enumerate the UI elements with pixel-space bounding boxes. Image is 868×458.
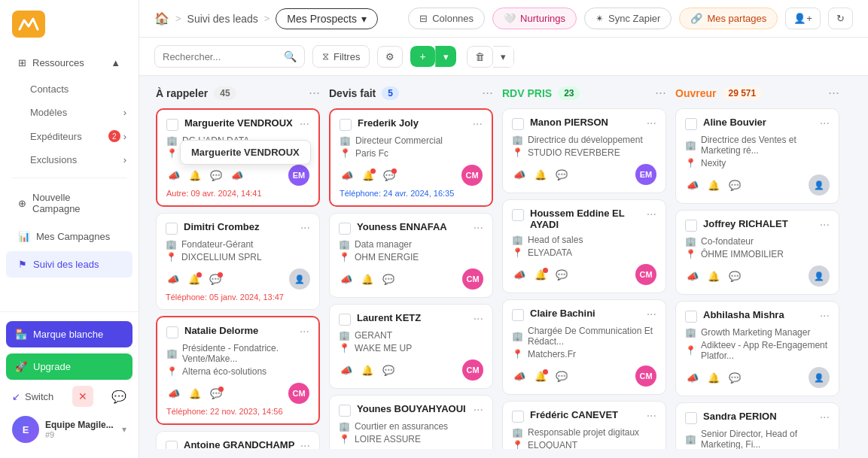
trash-button[interactable]: 🗑: [467, 46, 493, 68]
trash-dropdown-button[interactable]: ▾: [493, 46, 514, 68]
action-megaphone[interactable]: 📣: [685, 371, 700, 385]
col-menu-ouvreur[interactable]: ···: [828, 85, 839, 101]
card-checkbox[interactable]: [339, 314, 351, 326]
card-checkbox[interactable]: [339, 405, 351, 417]
nurturings-button[interactable]: 🤍 Nurturings: [492, 8, 577, 29]
card-menu[interactable]: ···: [820, 117, 830, 130]
action-bell[interactable]: 🔔: [187, 387, 203, 401]
card-menu[interactable]: ···: [474, 312, 483, 326]
marque-blanche-button[interactable]: 🏪 Marque blanche: [6, 321, 132, 347]
card-checkbox[interactable]: [512, 118, 524, 130]
card-checkbox[interactable]: [512, 309, 524, 321]
card-checkbox[interactable]: [166, 223, 178, 235]
card-checkbox[interactable]: [685, 311, 697, 323]
card[interactable]: Frédéric CANEVET ··· 🏢 Responsable proje…: [502, 401, 666, 449]
action-chat[interactable]: 💬: [554, 168, 569, 182]
upgrade-button[interactable]: 🚀 Upgrade: [6, 353, 132, 380]
action-chat-red[interactable]: 💬: [382, 168, 397, 183]
card[interactable]: Laurent KETZ ··· 🏢 GERANT 📍 WAKE ME UP 📣…: [329, 304, 493, 389]
sidebar-item-contacts[interactable]: Contacts: [0, 77, 139, 101]
switch-close-button[interactable]: ✕: [72, 386, 93, 407]
action-chat[interactable]: 💬: [554, 268, 569, 282]
sidebar-item-nouvelle-campagne[interactable]: ⊕ Nouvelle Campagne: [6, 184, 132, 222]
card[interactable]: Houssem Eddine EL AYADI ··· 🏢 Head of sa…: [502, 199, 666, 293]
action-megaphone[interactable]: 📣: [512, 168, 527, 182]
card-menu[interactable]: ···: [300, 325, 309, 338]
action-chat-red[interactable]: 💬: [208, 272, 223, 287]
action-bell[interactable]: 🔔: [706, 269, 721, 284]
action-chat-red[interactable]: 💬: [209, 387, 224, 401]
card[interactable]: Aline Bouvier ··· 🏢 Directrice des Vente…: [675, 108, 839, 204]
card-menu[interactable]: ···: [474, 403, 483, 417]
switch-chat-button[interactable]: 💬: [111, 390, 126, 404]
action-red-dot-chat[interactable]: 📣: [230, 168, 245, 183]
card[interactable]: Sandra PERION ··· 🏢 Senior Director, Hea…: [675, 402, 839, 449]
col-menu-a-rappeler[interactable]: ···: [309, 85, 320, 101]
card-menu[interactable]: ···: [300, 117, 309, 131]
action-megaphone[interactable]: 📣: [512, 369, 527, 384]
sidebar-item-ressources[interactable]: ⊞ Ressources ▲: [6, 50, 132, 76]
action-bell[interactable]: 🔔: [706, 371, 721, 385]
sidebar-item-modeles[interactable]: Modèles ›: [0, 101, 139, 124]
card-checkbox[interactable]: [512, 209, 524, 221]
card-checkbox[interactable]: [685, 220, 697, 232]
card-menu[interactable]: ···: [474, 221, 483, 235]
card[interactable]: Natalie Delorme ··· 🏢 Présidente - Fonda…: [156, 316, 320, 425]
add-user-button[interactable]: 👤+: [785, 8, 821, 29]
card-checkbox[interactable]: [340, 119, 352, 131]
card[interactable]: Younes BOUYAHYAOUI ··· 🏢 Courtier en ass…: [329, 395, 493, 449]
action-megaphone[interactable]: 📣: [339, 272, 354, 287]
card-checkbox[interactable]: [166, 326, 178, 338]
action-chat[interactable]: 💬: [381, 272, 396, 287]
action-bell-red[interactable]: 🔔: [187, 272, 202, 287]
card-menu[interactable]: ···: [647, 409, 656, 423]
breadcrumb-mes-prospects[interactable]: Mes Prospects ▾: [276, 8, 378, 29]
card[interactable]: Joffrey RICHALET ··· 🏢 Co-fondateur 📍 ÔH…: [675, 210, 839, 295]
card-menu[interactable]: ···: [647, 308, 656, 321]
action-chat[interactable]: 💬: [727, 371, 742, 385]
breadcrumb-suivi-leads[interactable]: Suivi des leads: [187, 13, 258, 25]
card-menu[interactable]: ···: [647, 117, 656, 130]
card[interactable]: Antoine GRANDCHAMP ··· 🏢 Digital Experie…: [156, 431, 320, 449]
card[interactable]: Claire Bachini ··· 🏢 Chargée De Communic…: [502, 299, 666, 395]
sidebar-item-mes-campagnes[interactable]: 📊 Mes Campagnes: [6, 223, 132, 250]
action-megaphone[interactable]: 📣: [685, 178, 700, 193]
card-checkbox[interactable]: [685, 412, 697, 424]
card-menu[interactable]: ···: [473, 117, 483, 131]
card-checkbox[interactable]: [166, 119, 178, 131]
card-checkbox[interactable]: [512, 411, 524, 423]
card-menu[interactable]: ···: [300, 221, 310, 235]
card[interactable]: Manon PIERSON ··· 🏢 Directrice du dévelo…: [502, 108, 666, 193]
sidebar-item-exclusions[interactable]: Exclusions ›: [0, 148, 139, 171]
card-menu[interactable]: ···: [300, 439, 310, 449]
action-chat[interactable]: 💬: [727, 178, 742, 193]
action-megaphone[interactable]: 📣: [166, 387, 181, 401]
sync-zapier-button[interactable]: ✴ Sync Zapier: [584, 8, 672, 29]
action-bell-red[interactable]: 🔔: [533, 369, 548, 384]
action-chat[interactable]: 💬: [381, 363, 396, 378]
home-icon[interactable]: 🏠: [154, 11, 169, 26]
col-menu-devis-fait[interactable]: ···: [482, 85, 493, 101]
action-bell[interactable]: 🔔: [533, 168, 548, 182]
action-chat[interactable]: 💬: [554, 369, 569, 384]
refresh-button[interactable]: ↻: [828, 8, 853, 29]
card[interactable]: Dimitri Crombez ··· 🏢 Fondateur-Gérant 📍…: [156, 213, 320, 310]
mes-partages-button[interactable]: 🔗 Mes partages: [679, 8, 778, 29]
equipe-row[interactable]: E Equipe Magile... #9 ▾: [6, 410, 132, 449]
add-button[interactable]: +: [410, 46, 434, 67]
action-bell[interactable]: 🔔: [360, 272, 375, 287]
action-megaphone[interactable]: 📣: [339, 363, 354, 378]
action-megaphone[interactable]: 📣: [166, 168, 181, 183]
action-megaphone[interactable]: 📣: [340, 168, 355, 183]
action-bell[interactable]: 🔔: [360, 363, 375, 378]
card-menu[interactable]: ···: [647, 208, 656, 221]
sidebar-item-suivi-leads[interactable]: ⚑ Suivi des leads: [6, 251, 132, 278]
card-checkbox[interactable]: [339, 223, 351, 235]
action-megaphone[interactable]: 📣: [166, 272, 181, 287]
settings-button[interactable]: ⚙: [377, 46, 403, 68]
action-chat[interactable]: 💬: [209, 168, 224, 183]
action-bell[interactable]: 🔔: [706, 178, 721, 193]
card-checkbox[interactable]: [166, 441, 178, 449]
card[interactable]: Marguerite VENDROUX Marguerite VENDROUX …: [156, 108, 320, 207]
columns-button[interactable]: ⊟ Colonnes: [408, 8, 485, 29]
